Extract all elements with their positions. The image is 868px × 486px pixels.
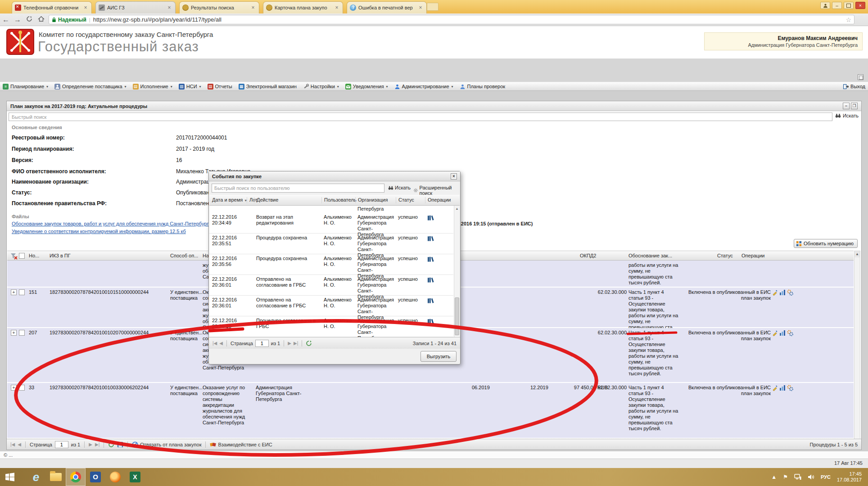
table-row-33[interactable]: + 33 19278300020787842010010033000620224…	[7, 383, 854, 439]
scroll-thumb[interactable]	[455, 297, 459, 335]
page-input[interactable]	[55, 441, 68, 448]
start-button[interactable]	[0, 468, 20, 486]
back-icon[interactable]: ←	[0, 16, 12, 24]
menu-reports[interactable]: Отчеты	[208, 84, 232, 90]
home-icon[interactable]	[35, 16, 47, 24]
last-page-icon[interactable]: ▶|	[294, 341, 298, 346]
gears-icon[interactable]	[787, 330, 793, 336]
journal-icon[interactable]	[427, 318, 434, 324]
menu-check-plans[interactable]: Планы проверок	[460, 84, 506, 90]
event-row[interactable]: 22.12.2016 20:35:56 Процедура сохранена …	[209, 254, 453, 275]
tab-plan-card[interactable]: Карточка плана закупо ×	[263, 1, 343, 14]
clear-filter-icon[interactable]	[10, 252, 18, 260]
tab-close-icon[interactable]: ×	[417, 4, 424, 11]
next-page-icon[interactable]: ▶	[288, 341, 291, 346]
event-row[interactable]: 22.12.2016 20:36:01 Отправлено на соглас…	[209, 296, 453, 316]
modal-advanced-search-button[interactable]: Расширенный поиск	[413, 185, 460, 196]
journal-icon[interactable]	[427, 214, 434, 221]
new-tab-button[interactable]	[427, 3, 439, 11]
col-header-justification[interactable]: Обоснование зак...	[628, 253, 672, 258]
edit-pencil-icon[interactable]	[772, 289, 778, 296]
journal-icon[interactable]	[427, 276, 434, 283]
flag-icon[interactable]: ⚑	[783, 474, 788, 480]
modal-col-operations[interactable]: Операции	[425, 197, 451, 203]
modal-col-action[interactable]: Действие	[254, 197, 278, 203]
reload-icon[interactable]	[23, 16, 35, 24]
bookmark-star-icon[interactable]: ☆	[845, 16, 851, 23]
taskbar-excel[interactable]: X	[125, 468, 145, 486]
journal-icon[interactable]	[427, 235, 434, 242]
col-header-ikz[interactable]: ИКЗ в ПГ	[50, 253, 166, 258]
tab-close-icon[interactable]: ×	[166, 4, 172, 11]
tab-phonebook[interactable]: Телефонный справочни ×	[12, 1, 92, 14]
prev-page-icon[interactable]: ◀	[18, 442, 21, 447]
gears-icon[interactable]	[787, 289, 793, 296]
menu-exit[interactable]: Выход	[843, 84, 865, 90]
expand-icon[interactable]: +	[11, 385, 17, 391]
modal-close-icon[interactable]: ×	[451, 173, 457, 180]
language-indicator[interactable]: РУС	[821, 474, 831, 480]
modal-col-status[interactable]: Статус	[396, 197, 414, 203]
modal-col-user[interactable]: Пользователь	[321, 197, 356, 203]
search-button[interactable]: Искать	[835, 113, 859, 118]
col-header-num[interactable]: Но...	[29, 253, 47, 258]
taskbar-outlook[interactable]: O	[86, 468, 105, 486]
quick-search-input[interactable]	[9, 112, 832, 121]
security-status[interactable]: Надежный	[52, 17, 86, 23]
expand-icon[interactable]: +	[11, 289, 17, 295]
event-row[interactable]: 22.12.2016 20:36:01 Отправлено на соглас…	[209, 275, 453, 296]
menu-planning[interactable]: Планирование	[3, 84, 48, 90]
tray-expand-icon[interactable]: ▲	[771, 474, 777, 480]
clock[interactable]: 17:45 17.08.2017	[837, 471, 862, 483]
event-row[interactable]: 22.12.2016 20:36:18 Процедура согласован…	[209, 316, 453, 337]
modal-scrollbar[interactable]: ▲	[454, 206, 460, 337]
menu-nsi[interactable]: НСИ	[179, 84, 201, 90]
menu-eshop[interactable]: Электронный магазин	[239, 84, 297, 90]
tab-print-error[interactable]: Ошибка в печатной вер ×	[347, 1, 427, 14]
taskbar-explorer[interactable]	[46, 468, 66, 486]
expand-icon[interactable]: +	[11, 330, 17, 336]
menu-execution[interactable]: Исполнение	[133, 84, 172, 90]
row-checkbox[interactable]	[19, 289, 25, 295]
first-page-icon[interactable]: |◀	[212, 341, 217, 346]
taskbar-ie[interactable]: e	[26, 468, 46, 486]
col-header-way[interactable]: Способ оп...	[170, 253, 206, 258]
first-page-icon[interactable]: |◀	[10, 442, 15, 447]
chart-icon[interactable]	[779, 330, 786, 336]
refresh-icon[interactable]	[306, 340, 312, 346]
modal-user-search-input[interactable]	[212, 184, 384, 193]
select-all-checkbox[interactable]	[19, 253, 25, 259]
scroll-up-icon[interactable]: ▲	[854, 251, 860, 257]
tab-search-results[interactable]: Результаты поиска ×	[179, 1, 259, 14]
network-icon[interactable]	[794, 474, 801, 480]
address-bar[interactable]: Надежный | https://new.gz-spb.ru/#po/pla…	[49, 15, 854, 24]
col-header-operations[interactable]: Операции	[741, 253, 764, 258]
file-link-notification[interactable]: Уведомление о соответствии контролируемо…	[12, 229, 186, 234]
close-button[interactable]: ×	[855, 2, 865, 9]
maximize-button[interactable]	[844, 2, 854, 9]
menu-supplier-determination[interactable]: Определение поставщика	[54, 84, 126, 90]
row-checkbox[interactable]	[19, 385, 25, 391]
menu-settings[interactable]: Настройки	[303, 84, 339, 90]
profile-icon[interactable]	[820, 2, 830, 9]
collapse-panel-icon[interactable]: –	[843, 103, 850, 109]
minimize-button[interactable]: –	[832, 2, 842, 9]
prev-page-icon[interactable]: ◀	[219, 341, 223, 346]
restore-panel-icon[interactable]: ❐	[851, 103, 858, 109]
chart-icon[interactable]	[779, 289, 786, 296]
last-page-icon[interactable]: ▶|	[95, 442, 99, 447]
forward-icon[interactable]: →	[12, 16, 23, 24]
edit-pencil-icon[interactable]	[772, 330, 778, 336]
modal-col-datetime[interactable]: Дата и время ▼	[210, 197, 247, 203]
save-icon[interactable]	[117, 441, 123, 448]
modal-page-input[interactable]	[255, 340, 269, 347]
gears-icon[interactable]	[787, 385, 793, 391]
layout-toggle-icon[interactable]	[858, 74, 863, 80]
journal-icon[interactable]	[427, 256, 434, 262]
event-row[interactable]: 22.12.2016 20:34:49 Возврат на этап реда…	[209, 213, 453, 234]
tab-ais-gz[interactable]: АИС ГЗ ×	[95, 1, 176, 14]
col-header-okpd[interactable]: ОКПД2	[580, 253, 596, 258]
renumber-button[interactable]: Обновить нумерацию	[794, 239, 858, 248]
tab-close-icon[interactable]: ×	[82, 4, 89, 11]
menu-notifications[interactable]: Уведомления	[345, 84, 388, 90]
